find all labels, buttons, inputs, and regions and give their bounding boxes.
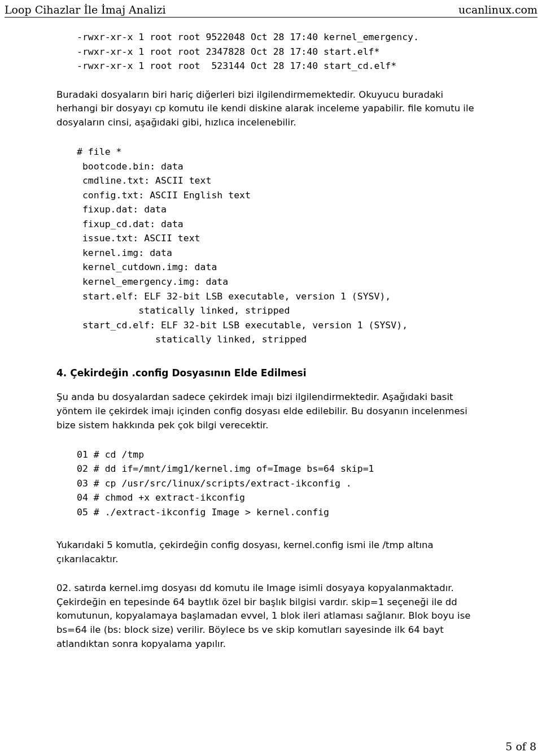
section-heading: 4. Çekirdeğin .config Dosyasının Elde Ed… [56,366,486,381]
code-listing-extract: 01 # cd /tmp 02 # dd if=/mnt/img1/kernel… [56,447,486,520]
paragraph: Buradaki dosyaların biri hariç diğerleri… [56,88,486,130]
code-listing-ls: -rwxr-xr-x 1 root root 9522048 Oct 28 17… [56,30,486,73]
header-right: ucanlinux.com [458,3,537,16]
page-header: Loop Cihazlar İle İmaj Analizi ucanlinux… [0,0,542,17]
page-body: -rwxr-xr-x 1 root root 9522048 Oct 28 17… [0,18,542,651]
paragraph: Yukarıdaki 5 komutla, çekirdeğin config … [56,538,486,567]
page-number: 5 of 8 [505,740,536,753]
header-left: Loop Cihazlar İle İmaj Analizi [5,3,166,16]
code-listing-file: # file * bootcode.bin: data cmdline.txt:… [56,145,486,347]
paragraph: 02. satırda kernel.img dosyası dd komutu… [56,581,486,651]
page: Loop Cihazlar İle İmaj Analizi ucanlinux… [0,0,542,756]
paragraph: Şu anda bu dosyalardan sadece çekirdek i… [56,390,486,432]
